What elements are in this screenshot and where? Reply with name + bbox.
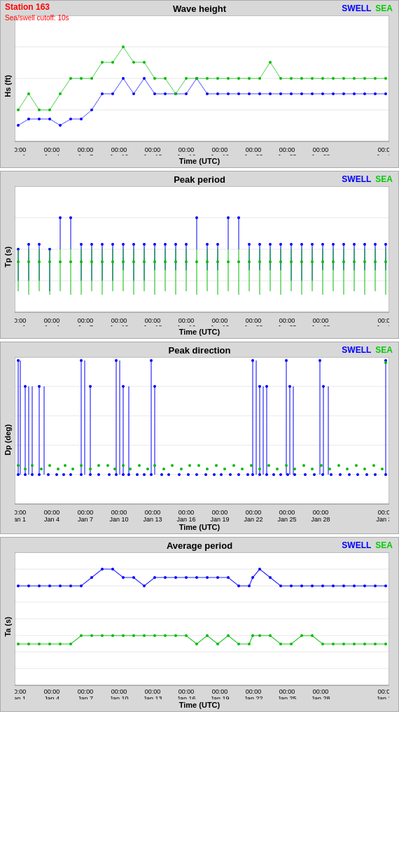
svg-point-231: [80, 260, 83, 263]
svg-point-503: [300, 584, 303, 587]
svg-point-380: [38, 385, 41, 388]
svg-point-489: [164, 576, 167, 579]
chart3-legend: SWELL SEA: [342, 345, 393, 355]
svg-point-534: [248, 643, 251, 645]
svg-text:Jan 7: Jan 7: [78, 324, 93, 326]
svg-text:Jan 31: Jan 31: [376, 153, 389, 155]
svg-point-501: [279, 584, 282, 587]
svg-point-372: [80, 359, 83, 362]
svg-point-544: [342, 643, 345, 645]
svg-text:00:00: 00:00: [279, 146, 295, 153]
svg-text:00:00: 00:00: [212, 146, 228, 153]
svg-text:00:00: 00:00: [279, 688, 295, 695]
svg-point-227: [38, 260, 41, 263]
svg-point-164: [132, 243, 135, 246]
svg-point-49: [38, 108, 41, 111]
svg-point-80: [363, 77, 366, 80]
svg-text:00:00: 00:00: [279, 317, 295, 324]
svg-point-400: [113, 468, 116, 470]
svg-point-171: [206, 243, 209, 246]
svg-point-13: [38, 118, 41, 120]
svg-text:00:00: 00:00: [178, 146, 195, 153]
svg-point-331: [62, 473, 65, 476]
svg-text:00:00: 00:00: [313, 317, 329, 324]
chart3-ylabel-col: Dp (deg): [1, 424, 15, 456]
svg-point-385: [265, 385, 268, 388]
svg-text:Jan 28: Jan 28: [311, 153, 330, 155]
svg-point-413: [223, 468, 226, 470]
svg-point-479: [59, 584, 62, 587]
svg-point-496: [237, 584, 240, 587]
svg-text:00:00: 00:00: [246, 509, 262, 516]
svg-point-337: [115, 473, 118, 476]
svg-point-421: [293, 468, 296, 470]
svg-point-230: [69, 260, 72, 263]
svg-point-353: [246, 473, 249, 476]
svg-point-15: [59, 124, 62, 127]
svg-point-228: [48, 260, 51, 263]
station-name: Station 163: [5, 2, 69, 13]
svg-point-522: [122, 634, 125, 637]
svg-point-420: [285, 464, 288, 467]
chart1-legend: SWELL SEA: [342, 4, 393, 13]
svg-point-181: [311, 243, 314, 246]
svg-point-516: [59, 643, 62, 645]
svg-point-66: [216, 77, 219, 80]
svg-point-416: [250, 464, 253, 467]
svg-point-327: [31, 473, 34, 476]
svg-point-493: [206, 576, 209, 579]
svg-point-535: [251, 634, 254, 637]
svg-text:00:00: 00:00: [44, 509, 60, 516]
svg-text:Jan 25: Jan 25: [277, 324, 296, 326]
svg-text:Jan 16: Jan 16: [176, 695, 195, 699]
svg-point-511: [384, 584, 387, 587]
svg-point-431: [381, 468, 384, 470]
svg-text:00:00: 00:00: [246, 688, 262, 695]
svg-point-260: [384, 260, 387, 263]
svg-point-367: [356, 473, 359, 476]
svg-point-525: [153, 634, 156, 637]
svg-point-328: [38, 473, 41, 476]
svg-point-179: [290, 243, 293, 246]
svg-rect-284: [15, 357, 389, 504]
svg-point-247: [248, 260, 251, 263]
svg-text:Jan 19: Jan 19: [210, 516, 229, 522]
svg-point-403: [138, 464, 141, 467]
svg-text:Jan 19: Jan 19: [210, 324, 229, 326]
svg-text:Jan 4: Jan 4: [44, 153, 59, 155]
svg-point-326: [24, 473, 27, 476]
svg-text:00:00: 00:00: [378, 317, 389, 324]
svg-point-242: [195, 260, 198, 263]
svg-point-250: [279, 260, 282, 263]
svg-point-180: [300, 243, 303, 246]
svg-point-423: [311, 468, 314, 470]
svg-text:Jan 28: Jan 28: [311, 324, 330, 326]
svg-point-47: [17, 108, 20, 111]
svg-text:Jan 16: Jan 16: [176, 153, 195, 155]
svg-point-408: [180, 468, 183, 470]
svg-point-401: [122, 464, 125, 467]
svg-point-243: [206, 260, 209, 263]
svg-text:Jan 4: Jan 4: [44, 324, 59, 326]
chart3-header: Peak direction SWELL SEA: [1, 342, 398, 357]
svg-text:00:00: 00:00: [111, 509, 127, 516]
svg-text:Jan 4: Jan 4: [44, 695, 59, 699]
svg-text:Jan 31: Jan 31: [376, 324, 389, 326]
svg-point-537: [269, 634, 272, 637]
svg-point-542: [321, 643, 324, 645]
svg-text:Jan 16: Jan 16: [176, 516, 195, 522]
svg-text:00:00: 00:00: [15, 317, 26, 324]
svg-point-166: [153, 243, 156, 246]
svg-text:00:00: 00:00: [44, 688, 60, 695]
chart3-wrapper: Dp (deg) 429 329 229 129 2: [1, 357, 398, 523]
legend-swell-4: SWELL: [342, 540, 371, 550]
svg-point-375: [251, 359, 254, 362]
svg-point-360: [293, 473, 296, 476]
svg-point-362: [313, 473, 316, 476]
chart2-xlabel: Time (UTC): [1, 328, 398, 338]
svg-text:00:00: 00:00: [246, 317, 262, 324]
svg-point-428: [355, 464, 358, 467]
svg-point-512: [17, 643, 20, 645]
svg-point-255: [332, 260, 335, 263]
chart2-ylabel-col: Tp (s): [1, 246, 15, 267]
